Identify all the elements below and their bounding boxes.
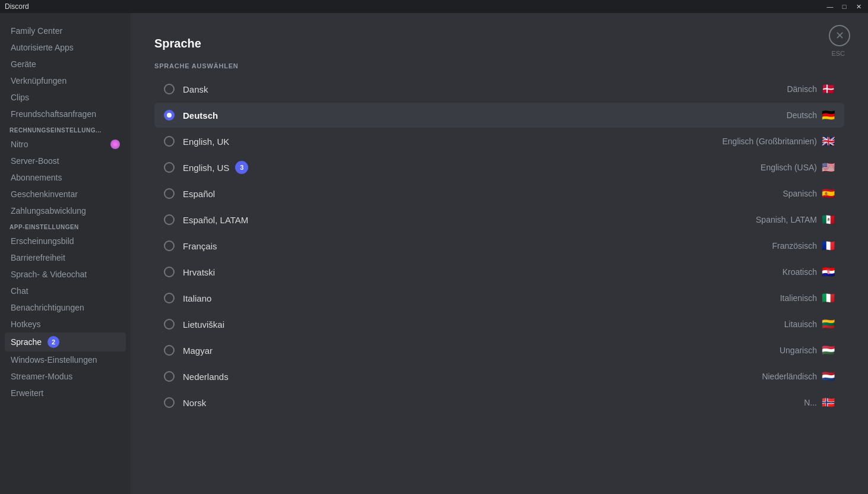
nitro-icon xyxy=(110,140,120,149)
language-item-lietuvieskai[interactable]: LietuviškaiLitauisch🇱🇹 xyxy=(154,312,844,337)
flag-espanol-latam: 🇲🇽 xyxy=(822,213,835,226)
sidebar-item-sprache[interactable]: Sprache 2 xyxy=(5,332,126,352)
language-native-espanol: Spanisch🇪🇸 xyxy=(783,187,835,200)
sidebar-item-chat[interactable]: Chat xyxy=(5,283,126,299)
flag-magyar: 🇭🇺 xyxy=(822,344,835,357)
sidebar-item-streamer-modus[interactable]: Streamer-Modus xyxy=(5,368,126,385)
language-name-magyar: Magyar xyxy=(183,346,780,356)
language-native-magyar: Ungarisch🇭🇺 xyxy=(780,344,835,357)
close-window-button[interactable]: ✕ xyxy=(854,2,863,11)
flag-norsk: 🇳🇴 xyxy=(822,396,835,409)
language-native-english-uk: Englisch (Großbritannien)🇬🇧 xyxy=(722,135,835,148)
language-name-espanol: Español xyxy=(183,189,783,199)
language-native-hrvatski: Kroatisch🇭🇷 xyxy=(783,265,835,278)
sidebar-item-verknuepfungen[interactable]: Verknüpfungen xyxy=(5,72,126,89)
flag-lietuvieskai: 🇱🇹 xyxy=(822,318,835,331)
maximize-button[interactable]: □ xyxy=(840,2,849,11)
language-list: DanskDänisch🇩🇰DeutschDeutsch🇩🇪English, U… xyxy=(154,77,844,415)
language-native-dansk: Dänisch🇩🇰 xyxy=(787,83,835,96)
sidebar-item-clips[interactable]: Clips xyxy=(5,89,126,106)
app-body: Family Center Autorisierte Apps Geräte V… xyxy=(0,13,868,494)
language-item-magyar[interactable]: MagyarUngarisch🇭🇺 xyxy=(154,338,844,363)
sidebar-item-hotkeys[interactable]: Hotkeys xyxy=(5,316,126,332)
close-button[interactable]: ✕ xyxy=(829,25,850,46)
language-item-francais[interactable]: FrançaisFranzösisch🇫🇷 xyxy=(154,233,844,258)
sidebar-item-zahlungsabwicklung[interactable]: Zahlungsabwicklung xyxy=(5,202,126,219)
language-item-espanol-latam[interactable]: Español, LATAMSpanish, LATAM🇲🇽 xyxy=(154,207,844,232)
minimize-button[interactable]: — xyxy=(825,2,835,11)
app-title: Discord xyxy=(5,2,29,11)
flag-english-us: 🇺🇸 xyxy=(822,161,835,174)
language-native-deutsch: Deutsch🇩🇪 xyxy=(787,109,835,122)
language-native-english-us: Englisch (USA)🇺🇸 xyxy=(761,161,835,174)
flag-nederlands: 🇳🇱 xyxy=(822,370,835,383)
sidebar-item-geschenkinventar[interactable]: Geschenkinventar xyxy=(5,186,126,202)
language-item-deutsch[interactable]: DeutschDeutsch🇩🇪 xyxy=(154,103,844,128)
language-native-norsk: N...🇳🇴 xyxy=(804,396,835,409)
sidebar-item-abonnements[interactable]: Abonnements xyxy=(5,169,126,186)
flag-hrvatski: 🇭🇷 xyxy=(822,265,835,278)
language-item-english-us[interactable]: English, US3Englisch (USA)🇺🇸 xyxy=(154,155,844,180)
language-item-espanol[interactable]: EspañolSpanisch🇪🇸 xyxy=(154,181,844,206)
sidebar: Family Center Autorisierte Apps Geräte V… xyxy=(0,13,131,494)
language-native-lietuvieskai: Litauisch🇱🇹 xyxy=(784,318,835,331)
sprache-badge: 2 xyxy=(47,336,59,348)
radio-francais xyxy=(164,240,175,251)
radio-italiano xyxy=(164,293,175,303)
app-section-label: APP-EINSTELLUNGEN xyxy=(5,219,126,233)
radio-nederlands xyxy=(164,371,175,382)
radio-english-us xyxy=(164,162,175,173)
radio-deutsch xyxy=(164,110,175,121)
radio-espanol xyxy=(164,188,175,199)
language-name-nederlands: Nederlands xyxy=(183,372,762,382)
radio-norsk xyxy=(164,397,175,408)
sidebar-item-erscheinungsbild[interactable]: Erscheinungsbild xyxy=(5,233,126,249)
radio-espanol-latam xyxy=(164,214,175,225)
sidebar-item-windows-einstellungen[interactable]: Windows-Einstellungen xyxy=(5,352,126,368)
language-item-english-uk[interactable]: English, UKEnglisch (Großbritannien)🇬🇧 xyxy=(154,129,844,154)
language-item-norsk[interactable]: NorskN...🇳🇴 xyxy=(154,390,844,415)
flag-espanol: 🇪🇸 xyxy=(822,187,835,200)
page-title: Sprache xyxy=(154,37,844,50)
radio-english-uk xyxy=(164,136,175,147)
sidebar-item-freundschaftsanfragen[interactable]: Freundschaftsanfragen xyxy=(5,106,126,122)
language-name-english-us: English, US3 xyxy=(183,161,761,174)
section-label: SPRACHE AUSWÄHLEN xyxy=(154,62,844,69)
flag-english-uk: 🇬🇧 xyxy=(822,135,835,148)
radio-dansk xyxy=(164,84,175,94)
radio-hrvatski xyxy=(164,267,175,277)
language-native-nederlands: Niederländisch🇳🇱 xyxy=(762,370,835,383)
language-native-italiano: Italienisch🇮🇹 xyxy=(780,292,835,305)
window-controls: — □ ✕ xyxy=(825,2,863,11)
language-native-espanol-latam: Spanish, LATAM🇲🇽 xyxy=(756,213,835,226)
sidebar-item-benachrichtigungen[interactable]: Benachrichtigungen xyxy=(5,299,126,316)
sidebar-item-barrierefreiheit[interactable]: Barrierefreiheit xyxy=(5,249,126,266)
language-name-english-uk: English, UK xyxy=(183,137,722,147)
language-item-dansk[interactable]: DanskDänisch🇩🇰 xyxy=(154,77,844,102)
sidebar-item-autorisierte-apps[interactable]: Autorisierte Apps xyxy=(5,39,126,56)
language-native-francais: Französisch🇫🇷 xyxy=(772,239,835,252)
flag-italiano: 🇮🇹 xyxy=(822,292,835,305)
billing-section-label: RECHNUNGSEINSTELLUNG... xyxy=(5,122,126,136)
radio-magyar xyxy=(164,345,175,356)
language-name-italiano: Italiano xyxy=(183,293,780,303)
language-item-italiano[interactable]: ItalianoItalienisch🇮🇹 xyxy=(154,286,844,311)
sidebar-item-server-boost[interactable]: Server-Boost xyxy=(5,153,126,169)
flag-francais: 🇫🇷 xyxy=(822,239,835,252)
sidebar-item-nitro[interactable]: Nitro xyxy=(5,136,126,153)
language-item-hrvatski[interactable]: HrvatskiKroatisch🇭🇷 xyxy=(154,259,844,284)
sidebar-item-geraete[interactable]: Geräte xyxy=(5,56,126,72)
flag-dansk: 🇩🇰 xyxy=(822,83,835,96)
language-badge-english-us: 3 xyxy=(235,161,248,174)
language-name-espanol-latam: Español, LATAM xyxy=(183,215,756,225)
language-name-lietuvieskai: Lietuviškai xyxy=(183,319,784,330)
esc-label: ESC xyxy=(831,50,845,57)
radio-lietuvieskai xyxy=(164,319,175,330)
sidebar-item-sprach-videochat[interactable]: Sprach- & Videochat xyxy=(5,266,126,283)
language-name-francais: Français xyxy=(183,241,772,251)
language-name-hrvatski: Hrvatski xyxy=(183,267,783,277)
language-item-nederlands[interactable]: NederlandsNiederländisch🇳🇱 xyxy=(154,364,844,389)
sidebar-item-erweitert[interactable]: Erweitert xyxy=(5,385,126,401)
sidebar-item-family-center[interactable]: Family Center xyxy=(5,23,126,39)
language-name-norsk: Norsk xyxy=(183,398,804,408)
